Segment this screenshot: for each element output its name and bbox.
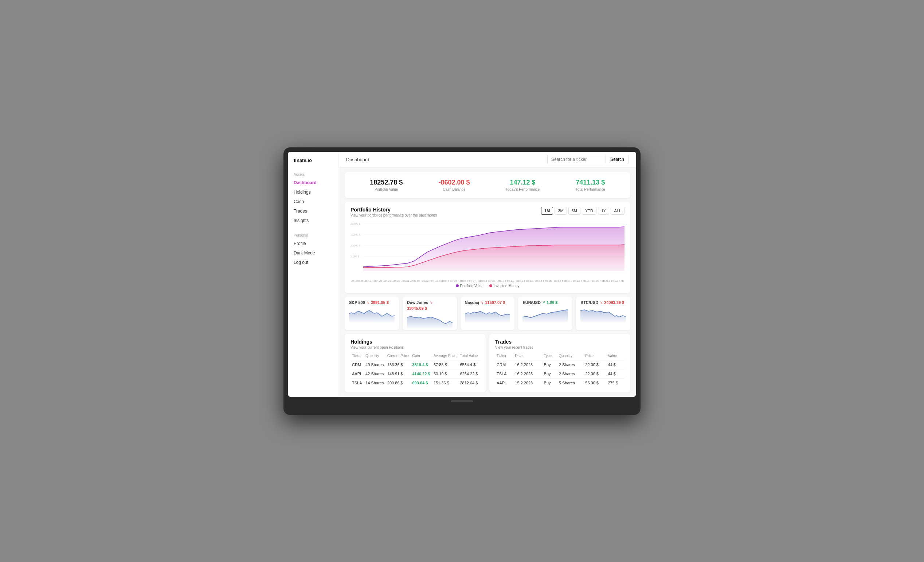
trades-row1-date: 16.2.2023 [513, 360, 542, 369]
trades-row2-type: Buy [543, 369, 558, 378]
ticker-dowjones-chart [407, 312, 453, 328]
ticker-sp500: S&P 500 ↘ 3991.05 $ [345, 297, 399, 330]
ticker-sp500-name: S&P 500 [349, 300, 365, 305]
holdings-row1-gain: 3819.4 $ [411, 360, 432, 369]
sidebar-item-dashboard[interactable]: Dashboard [288, 178, 339, 187]
table-row: AAPL 42 Shares 148.91 $ 4146.22 $ 50.19 … [351, 369, 480, 378]
trades-row1-price: 22.00 $ [584, 360, 606, 369]
table-row: TSLA 16.2.2023 Buy 2 Shares 22.00 $ 44 $ [495, 369, 624, 378]
ticker-eurusd-arrow: ↗ [542, 300, 545, 304]
ticker-dowjones-value: 33045.09 $ [407, 306, 427, 311]
screen: finate.io Assets Dashboard Holdings Cash… [288, 152, 636, 397]
trades-col-qty: Quantity [558, 352, 584, 360]
sidebar-item-holdings[interactable]: Holdings [288, 187, 339, 197]
stat-total-perf: 7411.13 $ Total Performance [576, 179, 605, 191]
assets-section-label: Assets [288, 170, 339, 178]
holdings-row2-avg: 50.19 $ [432, 369, 459, 378]
ticker-sp500-chart [349, 306, 394, 322]
holdings-table: Ticker Quantity Current Price Gain Avera… [351, 352, 480, 387]
trades-row3-qty: 5 Shares [558, 378, 584, 387]
holdings-row2-gain: 4146.22 $ [411, 369, 432, 378]
portfolio-chart: 20,000 $ 15,000 $ 10,000 $ 5,000 $ [351, 220, 624, 278]
logo: finate.io [288, 158, 339, 170]
stats-row: 18252.78 $ Portfolio Value -8602.00 $ Ca… [345, 172, 630, 198]
holdings-col-avg: Average Price [432, 352, 459, 360]
holdings-title: Holdings [351, 339, 480, 345]
header: Dashboard Search [339, 152, 636, 168]
holdings-col-ticker: Ticker [351, 352, 364, 360]
ticker-eurusd-name: EUR/USD [522, 300, 541, 305]
holdings-section: Holdings View your current open Position… [345, 334, 486, 392]
ticker-dowjones-name: Dow Jones [407, 300, 428, 305]
ticker-btcusd-value: 24093.39 $ [604, 300, 624, 305]
chart-btn-ytd[interactable]: YTD [582, 207, 597, 215]
ticker-eurusd-chart [522, 306, 568, 322]
holdings-col-total: Total Value [458, 352, 480, 360]
chart-btn-3m[interactable]: 3M [555, 207, 567, 215]
trades-table: Ticker Date Type Quantity Price Value CR… [495, 352, 624, 387]
holdings-row1-avg: 67.88 $ [432, 360, 459, 369]
portfolio-title: Portfolio History [351, 207, 437, 212]
portfolio-section-header: Portfolio History View your portfolios p… [351, 207, 624, 217]
ticker-btcusd-name: BTC/USD [580, 300, 598, 305]
portfolio-subtitle: View your portfolios performance over th… [351, 213, 437, 217]
sidebar-item-trades[interactable]: Trades [288, 206, 339, 216]
ticker-btcusd-chart [580, 306, 626, 322]
trades-row2-value: 44 $ [607, 369, 625, 378]
svg-text:20,000 $: 20,000 $ [351, 222, 361, 225]
search-input[interactable] [547, 155, 606, 164]
holdings-row1-ticker: CRM [351, 360, 364, 369]
ticker-eurusd-value: 1.06 $ [546, 300, 558, 305]
stat-cash-label: Cash Balance [438, 187, 470, 191]
stat-cash-value: -8602.00 $ [438, 179, 470, 186]
trades-col-ticker: Ticker [495, 352, 513, 360]
trades-col-price: Price [584, 352, 606, 360]
holdings-row3-price: 200.86 $ [386, 378, 411, 387]
trades-row3-price: 55.00 $ [584, 378, 606, 387]
chart-controls: 1M 3M 6M YTD 1Y ALL [541, 207, 624, 215]
sidebar-item-profile[interactable]: Profile [288, 239, 339, 248]
holdings-col-price: Current Price [386, 352, 411, 360]
sidebar-item-dark-mode[interactable]: Dark Mode [288, 248, 339, 258]
holdings-row2-ticker: AAPL [351, 369, 364, 378]
search-button[interactable]: Search [606, 155, 629, 164]
holdings-row2-total: 6254.22 $ [458, 369, 480, 378]
trades-row3-type: Buy [543, 378, 558, 387]
trades-row1-qty: 2 Shares [558, 360, 584, 369]
chart-btn-1y[interactable]: 1Y [598, 207, 609, 215]
trades-row3-date: 15.2.2023 [513, 378, 542, 387]
search-area: Search [547, 155, 629, 164]
trades-row1-value: 44 $ [607, 360, 625, 369]
table-row: CRM 16.2.2023 Buy 2 Shares 22.00 $ 44 $ [495, 360, 624, 369]
sidebar-item-insights[interactable]: Insights [288, 216, 339, 225]
ticker-sp500-arrow: ↘ [366, 300, 369, 304]
chart-btn-6m[interactable]: 6M [568, 207, 580, 215]
stat-portfolio-value-number: 18252.78 $ [370, 179, 403, 186]
ticker-eurusd-header: EUR/USD ↗ 1.06 $ [522, 300, 568, 305]
trades-row2-price: 22.00 $ [584, 369, 606, 378]
main-content: Dashboard Search 18252.78 $ Portfolio Va… [339, 152, 636, 397]
stat-today-perf: 147.12 $ Today's Performance [506, 179, 540, 191]
ticker-btcusd: BTC/USD ↘ 24093.39 $ [576, 297, 630, 330]
trades-row1-type: Buy [543, 360, 558, 369]
legend-invested: Invested Money [489, 284, 520, 288]
sidebar: finate.io Assets Dashboard Holdings Cash… [288, 152, 339, 397]
chart-btn-1m[interactable]: 1M [541, 207, 553, 215]
svg-text:15,000 $: 15,000 $ [351, 233, 361, 236]
x-axis-labels: 25 Jan26 Jan27 Jan28 Jan29 Jan30 Jan31 J… [351, 279, 624, 282]
stat-today-value: 147.12 $ [506, 179, 540, 186]
trades-col-type: Type [543, 352, 558, 360]
holdings-row3-gain: 693.04 $ [411, 378, 432, 387]
portfolio-chart-svg: 20,000 $ 15,000 $ 10,000 $ 5,000 $ [351, 220, 624, 278]
portfolio-title-group: Portfolio History View your portfolios p… [351, 207, 437, 217]
ticker-nasdaq-arrow: ↘ [481, 300, 483, 304]
stat-today-label: Today's Performance [506, 187, 540, 191]
holdings-row3-total: 2812.04 $ [458, 378, 480, 387]
chart-btn-all[interactable]: ALL [610, 207, 624, 215]
bottom-row: Holdings View your current open Position… [345, 334, 630, 392]
ticker-btcusd-header: BTC/USD ↘ 24093.39 $ [580, 300, 626, 305]
ticker-nasdaq-header: Nasdaq ↘ 11507.07 $ [465, 300, 510, 305]
sidebar-item-logout[interactable]: Log out [288, 258, 339, 267]
sidebar-item-cash[interactable]: Cash [288, 197, 339, 206]
holdings-row3-ticker: TSLA [351, 378, 364, 387]
